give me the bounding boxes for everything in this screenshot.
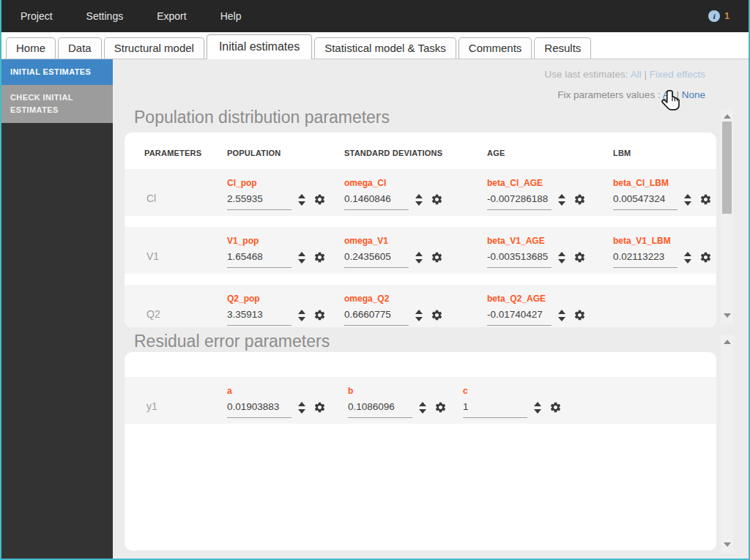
param-value-input[interactable]: [613, 193, 677, 210]
stepper-down-icon[interactable]: [298, 409, 305, 414]
tab-home[interactable]: Home: [6, 37, 56, 59]
stepper[interactable]: [534, 402, 541, 414]
stepper-up-icon[interactable]: [415, 310, 423, 314]
menu-project[interactable]: Project: [21, 10, 53, 22]
gear-icon[interactable]: [313, 193, 326, 206]
gear-icon[interactable]: [573, 193, 586, 206]
tab-results[interactable]: Results: [534, 37, 591, 59]
gear-icon[interactable]: [431, 309, 443, 321]
fix-none-link[interactable]: None: [682, 89, 705, 100]
stepper-up-icon[interactable]: [684, 252, 691, 256]
stepper-down-icon[interactable]: [558, 259, 565, 264]
table-row-v1: V1 V1_pop omega_V1: [125, 227, 716, 274]
param-value-input[interactable]: [227, 401, 292, 418]
scroll-down-icon[interactable]: [724, 542, 731, 547]
stepper[interactable]: [298, 310, 305, 321]
menu-settings[interactable]: Settings: [86, 10, 124, 22]
stepper-up-icon[interactable]: [558, 252, 565, 256]
param-cell-beta-v1-age: beta_V1_AGE: [487, 233, 613, 268]
stepper-down-icon[interactable]: [534, 409, 541, 414]
stepper[interactable]: [298, 402, 305, 414]
menu-export[interactable]: Export: [157, 10, 186, 22]
stepper-up-icon[interactable]: [558, 194, 565, 198]
stepper-down-icon[interactable]: [558, 317, 565, 321]
param-value-input[interactable]: [487, 309, 552, 326]
stepper-up-icon[interactable]: [298, 194, 305, 198]
stepper-up-icon[interactable]: [415, 194, 423, 198]
param-value-input[interactable]: [463, 401, 527, 418]
stepper-up-icon[interactable]: [298, 310, 305, 314]
param-value-input[interactable]: [487, 251, 552, 268]
stepper[interactable]: [415, 252, 423, 264]
scroll-down-icon[interactable]: [724, 313, 731, 318]
gear-icon[interactable]: [699, 251, 712, 264]
residual-scrollbar[interactable]: [721, 335, 733, 553]
gear-icon[interactable]: [431, 193, 443, 206]
stepper-up-icon[interactable]: [534, 402, 541, 406]
scroll-up-icon[interactable]: [724, 340, 731, 344]
stepper[interactable]: [415, 194, 423, 206]
param-value-input[interactable]: [344, 309, 409, 326]
gear-icon[interactable]: [313, 401, 326, 414]
tab-initial-estimates[interactable]: Initial estimates: [207, 34, 312, 59]
param-value-input[interactable]: [344, 251, 409, 268]
stepper-down-icon[interactable]: [558, 201, 565, 206]
stepper-up-icon[interactable]: [298, 402, 305, 406]
gear-icon[interactable]: [699, 193, 712, 206]
use-last-all-link[interactable]: All: [631, 69, 642, 80]
tab-comments[interactable]: Comments: [458, 37, 532, 59]
param-label: beta_V1_LBM: [613, 236, 716, 246]
stepper-down-icon[interactable]: [684, 201, 691, 206]
param-value-input[interactable]: [227, 309, 292, 326]
gear-icon[interactable]: [313, 251, 326, 264]
gear-icon[interactable]: [434, 401, 447, 414]
stepper[interactable]: [684, 252, 691, 264]
fix-all-link[interactable]: All: [663, 89, 674, 100]
param-value-input[interactable]: [227, 251, 292, 268]
tab-data[interactable]: Data: [58, 37, 102, 59]
tab-structural-model[interactable]: Structural model: [104, 37, 204, 59]
stepper[interactable]: [558, 194, 565, 206]
stepper-down-icon[interactable]: [684, 259, 691, 264]
stepper-up-icon[interactable]: [558, 310, 565, 314]
scrollbar-thumb[interactable]: [722, 122, 732, 214]
stepper[interactable]: [558, 252, 565, 264]
stepper-up-icon[interactable]: [684, 194, 691, 198]
menu-help[interactable]: Help: [220, 10, 242, 22]
param-value-input[interactable]: [613, 251, 677, 268]
gear-icon[interactable]: [431, 251, 443, 264]
stepper-down-icon[interactable]: [415, 201, 423, 206]
stepper[interactable]: [558, 310, 565, 321]
stepper-up-icon[interactable]: [419, 402, 426, 406]
stepper-down-icon[interactable]: [298, 201, 305, 206]
stepper-down-icon[interactable]: [415, 259, 423, 264]
stepper-up-icon[interactable]: [415, 252, 423, 256]
gear-icon[interactable]: [313, 309, 326, 321]
gear-icon[interactable]: [573, 309, 586, 321]
stepper-down-icon[interactable]: [298, 259, 305, 264]
stepper[interactable]: [298, 252, 305, 264]
param-value-input[interactable]: [487, 193, 552, 210]
stepper-down-icon[interactable]: [298, 317, 305, 321]
tab-bar: Home Data Structural model Initial estim…: [1, 32, 749, 59]
use-last-fixed-effects-link[interactable]: Fixed effects: [650, 69, 705, 80]
stepper-up-icon[interactable]: [298, 252, 305, 256]
sidebar-item-initial-estimates[interactable]: INITIAL ESTIMATES: [1, 59, 113, 85]
gear-icon[interactable]: [549, 401, 562, 414]
stepper[interactable]: [684, 194, 691, 206]
stepper[interactable]: [298, 194, 305, 206]
stepper[interactable]: [419, 402, 426, 414]
stepper-down-icon[interactable]: [419, 409, 426, 414]
sidebar-item-check-initial-estimates[interactable]: CHECK INITIAL ESTIMATES: [1, 85, 113, 123]
tab-statistical-model-tasks[interactable]: Statistical model & Tasks: [314, 37, 456, 59]
separator: |: [644, 69, 647, 80]
param-value-input[interactable]: [348, 401, 412, 418]
param-value-input[interactable]: [227, 193, 292, 210]
param-value-input[interactable]: [344, 193, 409, 210]
info-icon[interactable]: i: [708, 10, 720, 22]
stepper[interactable]: [415, 310, 423, 321]
gear-icon[interactable]: [573, 251, 586, 264]
stepper-down-icon[interactable]: [415, 317, 423, 321]
population-scrollbar[interactable]: [721, 109, 733, 324]
scroll-up-icon[interactable]: [724, 114, 731, 119]
